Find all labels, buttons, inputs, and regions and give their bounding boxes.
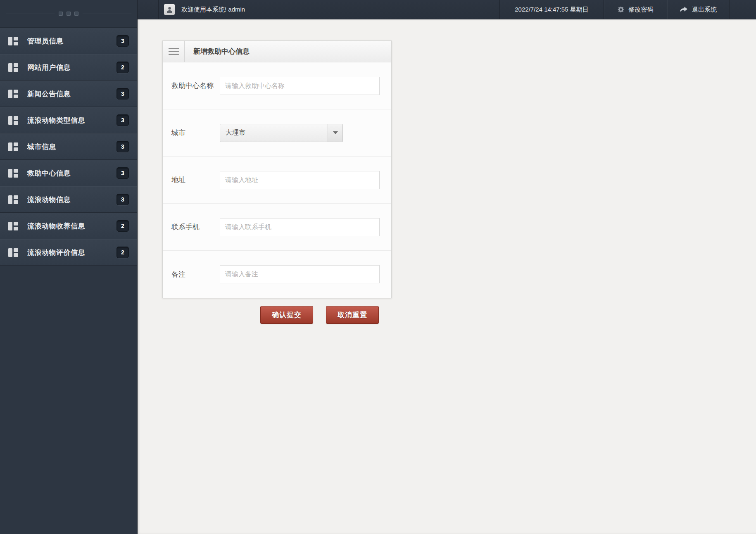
layout-grid-icon: [8, 222, 18, 230]
count-badge: 3: [116, 194, 129, 205]
sidebar-item-rescue-centers[interactable]: 救助中心信息 3: [0, 160, 137, 186]
count-badge: 3: [116, 141, 129, 152]
count-badge: 3: [116, 114, 129, 126]
add-rescue-center-form-panel: 新增救助中心信息 救助中心名称 城市 大理市 地址 联系手机 备注: [162, 40, 392, 298]
layout-grid-icon: [8, 37, 18, 45]
layout-grid-icon: [8, 169, 18, 178]
layout-grid-icon: [8, 195, 18, 204]
field-label: 地址: [171, 175, 220, 185]
sidebar-item-label: 网站用户信息: [27, 63, 116, 72]
sidebar-item-label: 流浪动物收养信息: [27, 221, 116, 231]
submit-button[interactable]: 确认提交: [260, 306, 313, 324]
count-badge: 2: [116, 220, 129, 232]
sidebar-item-label: 救助中心信息: [27, 169, 116, 178]
divider: [83, 14, 131, 14]
user-avatar-icon: [164, 4, 175, 15]
count-badge: 3: [116, 167, 129, 179]
field-label: 救助中心名称: [171, 81, 220, 90]
welcome-area: 欢迎使用本系统! admin: [158, 0, 245, 19]
form-row-address: 地址: [163, 157, 391, 204]
remark-input[interactable]: [220, 265, 380, 283]
layout-grid-icon: [8, 63, 18, 72]
change-password-label: 修改密码: [629, 6, 654, 14]
logout-label: 退出系统: [692, 6, 717, 14]
sidebar-menu: 管理员信息 3 网站用户信息 2 新闻公告信息 3 流浪动物类型信息 3 城市信…: [0, 27, 137, 266]
sidebar-item-animal-types[interactable]: 流浪动物类型信息 3: [0, 107, 137, 133]
form-row-phone: 联系手机: [163, 204, 391, 251]
form-row-city: 城市 大理市: [163, 109, 391, 157]
form-row-remark: 备注: [163, 251, 391, 298]
field-label: 备注: [171, 270, 220, 279]
form-actions: 确认提交 取消重置: [260, 306, 379, 324]
gear-icon: [618, 6, 624, 13]
sidebar-item-label: 城市信息: [27, 142, 116, 152]
hamburger-menu-icon[interactable]: [163, 41, 185, 62]
sidebar-item-admin-info[interactable]: 管理员信息 3: [0, 28, 137, 54]
address-input[interactable]: [220, 171, 380, 189]
reset-button[interactable]: 取消重置: [326, 306, 379, 324]
phone-input[interactable]: [220, 218, 380, 236]
divider: [6, 14, 55, 14]
sidebar-item-cities[interactable]: 城市信息 3: [0, 133, 137, 160]
city-select[interactable]: 大理市: [220, 124, 343, 142]
sidebar-item-label: 新闻公告信息: [27, 89, 116, 99]
logout-button[interactable]: 退出系统: [667, 0, 730, 19]
panel-title: 新增救助中心信息: [185, 41, 250, 62]
topbar-end: [730, 0, 756, 19]
count-badge: 2: [116, 62, 129, 73]
layout-grid-icon: [8, 142, 18, 151]
sidebar-item-label: 流浪动物评价信息: [27, 248, 116, 257]
city-select-value: 大理市: [220, 124, 328, 142]
layout-grid-icon: [8, 248, 18, 257]
sidebar-item-label: 管理员信息: [27, 36, 116, 46]
sidebar-item-stray-animals[interactable]: 流浪动物信息 3: [0, 186, 137, 213]
welcome-text: 欢迎使用本系统! admin: [181, 6, 245, 14]
layout-grid-icon: [8, 116, 18, 125]
topbar-spacer: [245, 0, 499, 19]
count-badge: 3: [116, 35, 129, 47]
panel-header: 新增救助中心信息: [163, 41, 391, 62]
sidebar-item-reviews[interactable]: 流浪动物评价信息 2: [0, 239, 137, 266]
sidebar-item-news[interactable]: 新闻公告信息 3: [0, 81, 137, 107]
sidebar-logo: [0, 0, 137, 27]
count-badge: 2: [116, 247, 129, 258]
topbar: 欢迎使用本系统! admin 2022/7/24 14:47:55 星期日 修改…: [138, 0, 756, 19]
sidebar-item-site-users[interactable]: 网站用户信息 2: [0, 54, 137, 81]
datetime-display: 2022/7/24 14:47:55 星期日: [499, 0, 604, 19]
logout-arrow-icon: [680, 7, 687, 12]
sidebar: 管理员信息 3 网站用户信息 2 新闻公告信息 3 流浪动物类型信息 3 城市信…: [0, 0, 138, 534]
sidebar-item-label: 流浪动物信息: [27, 195, 116, 204]
layout-grid-icon: [8, 90, 18, 98]
change-password-button[interactable]: 修改密码: [604, 0, 667, 19]
sidebar-item-adoptions[interactable]: 流浪动物收养信息 2: [0, 213, 137, 239]
sidebar-item-label: 流浪动物类型信息: [27, 116, 116, 125]
field-label: 城市: [171, 128, 220, 138]
logo-dots-icon: [59, 12, 78, 16]
form-row-center-name: 救助中心名称: [163, 62, 391, 109]
center-name-input[interactable]: [220, 77, 380, 95]
main-content: 新增救助中心信息 救助中心名称 城市 大理市 地址 联系手机 备注 确认提交: [138, 19, 756, 534]
count-badge: 3: [116, 88, 129, 100]
field-label: 联系手机: [171, 222, 220, 232]
chevron-down-icon[interactable]: [328, 124, 342, 142]
